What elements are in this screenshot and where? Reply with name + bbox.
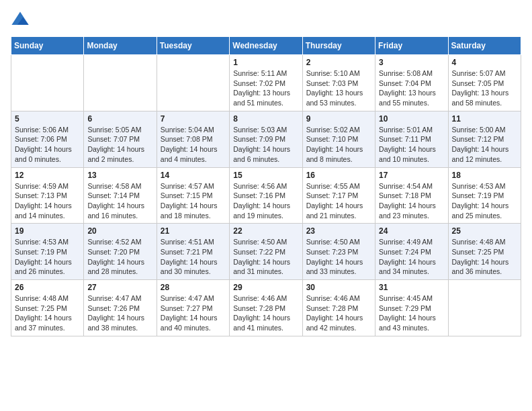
calendar-cell: 19Sunrise: 4:53 AM Sunset: 7:19 PM Dayli… <box>11 224 84 280</box>
day-number: 26 <box>15 283 80 292</box>
day-info: Sunrise: 4:56 AM Sunset: 7:16 PM Dayligh… <box>233 181 298 221</box>
day-info: Sunrise: 4:53 AM Sunset: 7:19 PM Dayligh… <box>452 181 517 221</box>
day-number: 13 <box>87 171 152 180</box>
day-number: 21 <box>161 226 226 236</box>
calendar-cell: 28Sunrise: 4:47 AM Sunset: 7:27 PM Dayli… <box>157 280 229 336</box>
day-info: Sunrise: 5:08 AM Sunset: 7:04 PM Dayligh… <box>379 68 444 108</box>
calendar-cell: 25Sunrise: 4:48 AM Sunset: 7:25 PM Dayli… <box>448 224 521 280</box>
calendar-table: SundayMondayTuesdayWednesdayThursdayFrid… <box>11 36 521 336</box>
day-info: Sunrise: 4:46 AM Sunset: 7:28 PM Dayligh… <box>233 293 298 333</box>
day-number: 20 <box>87 226 152 236</box>
day-info: Sunrise: 4:58 AM Sunset: 7:14 PM Dayligh… <box>87 181 152 221</box>
day-info: Sunrise: 4:51 AM Sunset: 7:21 PM Dayligh… <box>161 237 226 277</box>
week-row-4: 19Sunrise: 4:53 AM Sunset: 7:19 PM Dayli… <box>11 224 521 280</box>
weekday-header-saturday: Saturday <box>448 37 521 55</box>
weekday-header-monday: Monday <box>84 37 157 55</box>
calendar-cell: 26Sunrise: 4:48 AM Sunset: 7:25 PM Dayli… <box>11 280 84 336</box>
calendar-cell: 23Sunrise: 4:50 AM Sunset: 7:23 PM Dayli… <box>302 224 375 280</box>
day-info: Sunrise: 4:52 AM Sunset: 7:20 PM Dayligh… <box>87 237 152 277</box>
calendar-cell: 16Sunrise: 4:55 AM Sunset: 7:17 PM Dayli… <box>302 167 375 224</box>
day-info: Sunrise: 4:48 AM Sunset: 7:25 PM Dayligh… <box>452 237 517 277</box>
weekday-header-row: SundayMondayTuesdayWednesdayThursdayFrid… <box>11 37 521 55</box>
calendar-cell: 24Sunrise: 4:49 AM Sunset: 7:24 PM Dayli… <box>375 224 448 280</box>
day-info: Sunrise: 4:49 AM Sunset: 7:24 PM Dayligh… <box>379 237 444 277</box>
calendar-cell: 8Sunrise: 5:03 AM Sunset: 7:09 PM Daylig… <box>230 111 302 167</box>
day-info: Sunrise: 5:11 AM Sunset: 7:02 PM Dayligh… <box>233 68 298 108</box>
calendar-cell: 29Sunrise: 4:46 AM Sunset: 7:28 PM Dayli… <box>230 280 302 336</box>
calendar-cell: 13Sunrise: 4:58 AM Sunset: 7:14 PM Dayli… <box>84 167 157 224</box>
day-number: 10 <box>379 114 444 124</box>
week-row-1: 1Sunrise: 5:11 AM Sunset: 7:02 PM Daylig… <box>11 55 521 111</box>
day-number: 29 <box>233 283 298 292</box>
page-header <box>11 11 521 30</box>
calendar-cell: 1Sunrise: 5:11 AM Sunset: 7:02 PM Daylig… <box>230 55 302 111</box>
day-info: Sunrise: 5:04 AM Sunset: 7:08 PM Dayligh… <box>161 125 226 165</box>
calendar-cell: 6Sunrise: 5:05 AM Sunset: 7:07 PM Daylig… <box>84 111 157 167</box>
calendar-cell: 11Sunrise: 5:00 AM Sunset: 7:12 PM Dayli… <box>448 111 521 167</box>
day-info: Sunrise: 5:02 AM Sunset: 7:10 PM Dayligh… <box>306 125 371 165</box>
day-info: Sunrise: 4:48 AM Sunset: 7:25 PM Dayligh… <box>15 293 80 333</box>
weekday-header-friday: Friday <box>375 37 448 55</box>
day-number: 11 <box>452 114 517 124</box>
day-info: Sunrise: 5:01 AM Sunset: 7:11 PM Dayligh… <box>379 125 444 165</box>
calendar-cell: 21Sunrise: 4:51 AM Sunset: 7:21 PM Dayli… <box>157 224 229 280</box>
day-number: 1 <box>233 58 298 67</box>
day-info: Sunrise: 4:46 AM Sunset: 7:28 PM Dayligh… <box>306 293 371 333</box>
day-number: 9 <box>306 114 371 124</box>
day-info: Sunrise: 4:54 AM Sunset: 7:18 PM Dayligh… <box>379 181 444 221</box>
weekday-header-tuesday: Tuesday <box>157 37 229 55</box>
day-info: Sunrise: 4:50 AM Sunset: 7:23 PM Dayligh… <box>306 237 371 277</box>
day-info: Sunrise: 4:47 AM Sunset: 7:27 PM Dayligh… <box>161 293 226 333</box>
day-number: 2 <box>306 58 371 67</box>
day-number: 16 <box>306 171 371 180</box>
calendar-cell: 3Sunrise: 5:08 AM Sunset: 7:04 PM Daylig… <box>375 55 448 111</box>
day-number: 14 <box>161 171 226 180</box>
calendar-cell: 9Sunrise: 5:02 AM Sunset: 7:10 PM Daylig… <box>302 111 375 167</box>
day-number: 3 <box>379 58 444 67</box>
day-info: Sunrise: 5:03 AM Sunset: 7:09 PM Dayligh… <box>233 125 298 165</box>
day-number: 28 <box>161 283 226 292</box>
weekday-header-thursday: Thursday <box>302 37 375 55</box>
logo <box>11 11 32 30</box>
weekday-header-wednesday: Wednesday <box>230 37 302 55</box>
day-number: 7 <box>161 114 226 124</box>
calendar-cell: 17Sunrise: 4:54 AM Sunset: 7:18 PM Dayli… <box>375 167 448 224</box>
day-number: 12 <box>15 171 80 180</box>
day-number: 30 <box>306 283 371 292</box>
day-number: 4 <box>452 58 517 67</box>
day-info: Sunrise: 5:10 AM Sunset: 7:03 PM Dayligh… <box>306 68 371 108</box>
day-number: 17 <box>379 171 444 180</box>
calendar-cell <box>448 280 521 336</box>
calendar-cell: 30Sunrise: 4:46 AM Sunset: 7:28 PM Dayli… <box>302 280 375 336</box>
day-number: 5 <box>15 114 80 124</box>
calendar-cell: 7Sunrise: 5:04 AM Sunset: 7:08 PM Daylig… <box>157 111 229 167</box>
calendar-cell: 27Sunrise: 4:47 AM Sunset: 7:26 PM Dayli… <box>84 280 157 336</box>
calendar-cell <box>157 55 229 111</box>
day-info: Sunrise: 5:05 AM Sunset: 7:07 PM Dayligh… <box>87 125 152 165</box>
calendar-cell: 2Sunrise: 5:10 AM Sunset: 7:03 PM Daylig… <box>302 55 375 111</box>
calendar-cell: 15Sunrise: 4:56 AM Sunset: 7:16 PM Dayli… <box>230 167 302 224</box>
day-number: 8 <box>233 114 298 124</box>
calendar-cell: 20Sunrise: 4:52 AM Sunset: 7:20 PM Dayli… <box>84 224 157 280</box>
day-number: 22 <box>233 226 298 236</box>
calendar-cell: 4Sunrise: 5:07 AM Sunset: 7:05 PM Daylig… <box>448 55 521 111</box>
day-info: Sunrise: 5:00 AM Sunset: 7:12 PM Dayligh… <box>452 125 517 165</box>
day-number: 31 <box>379 283 444 292</box>
calendar-cell: 31Sunrise: 4:45 AM Sunset: 7:29 PM Dayli… <box>375 280 448 336</box>
calendar-cell: 14Sunrise: 4:57 AM Sunset: 7:15 PM Dayli… <box>157 167 229 224</box>
calendar-cell: 22Sunrise: 4:50 AM Sunset: 7:22 PM Dayli… <box>230 224 302 280</box>
calendar-cell: 5Sunrise: 5:06 AM Sunset: 7:06 PM Daylig… <box>11 111 84 167</box>
day-number: 15 <box>233 171 298 180</box>
logo-icon <box>11 11 30 30</box>
day-number: 24 <box>379 226 444 236</box>
day-info: Sunrise: 4:53 AM Sunset: 7:19 PM Dayligh… <box>15 237 80 277</box>
day-info: Sunrise: 4:57 AM Sunset: 7:15 PM Dayligh… <box>161 181 226 221</box>
day-number: 19 <box>15 226 80 236</box>
week-row-2: 5Sunrise: 5:06 AM Sunset: 7:06 PM Daylig… <box>11 111 521 167</box>
weekday-header-sunday: Sunday <box>11 37 84 55</box>
day-number: 27 <box>87 283 152 292</box>
calendar-cell: 10Sunrise: 5:01 AM Sunset: 7:11 PM Dayli… <box>375 111 448 167</box>
week-row-3: 12Sunrise: 4:59 AM Sunset: 7:13 PM Dayli… <box>11 167 521 224</box>
day-info: Sunrise: 5:06 AM Sunset: 7:06 PM Dayligh… <box>15 125 80 165</box>
day-info: Sunrise: 5:07 AM Sunset: 7:05 PM Dayligh… <box>452 68 517 108</box>
